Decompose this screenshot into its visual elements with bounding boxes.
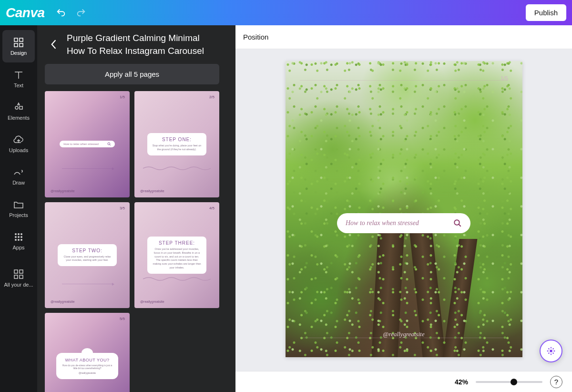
thumb-footer: @reallygreatsite bbox=[51, 189, 75, 193]
back-button[interactable] bbox=[45, 32, 62, 57]
svg-rect-15 bbox=[14, 275, 18, 279]
rail-label: Design bbox=[10, 50, 27, 56]
thumb-footer: @reallygreatsite bbox=[140, 300, 164, 303]
svg-rect-3 bbox=[20, 43, 23, 47]
rail-uploads[interactable]: Uploads bbox=[2, 127, 35, 160]
thumb-search-bar: How to relax when stressed bbox=[60, 141, 115, 147]
thumb-footer: @reallygreatsite bbox=[140, 189, 164, 193]
publish-button[interactable]: Publish bbox=[526, 4, 566, 21]
search-icon bbox=[453, 219, 462, 227]
sparkle-icon bbox=[546, 346, 556, 356]
svg-point-6 bbox=[20, 233, 22, 235]
thumb-card: STEP TWO: Close your eyes, and progressi… bbox=[58, 244, 116, 266]
wavy-line bbox=[143, 165, 211, 171]
rail-label: Projects bbox=[9, 212, 28, 218]
apply-all-button[interactable]: Apply all 5 pages bbox=[45, 64, 219, 84]
svg-point-10 bbox=[15, 239, 17, 241]
template-page-3[interactable]: 3/5 STEP TWO: Close your eyes, and progr… bbox=[45, 202, 130, 309]
svg-rect-2 bbox=[14, 43, 18, 47]
arrow-decoration bbox=[62, 168, 113, 169]
rail-label: All your de... bbox=[4, 282, 33, 288]
svg-point-8 bbox=[18, 236, 20, 238]
template-page-4[interactable]: 4/5 STEP THREE: Once you've addressed yo… bbox=[134, 202, 219, 309]
rail-label: Draw bbox=[12, 180, 25, 186]
position-button[interactable]: Position bbox=[243, 33, 268, 41]
canvas-area: Position 1/5 How to relax when stressed bbox=[235, 25, 572, 392]
svg-rect-16 bbox=[20, 275, 23, 279]
rail-label: Uploads bbox=[9, 147, 28, 153]
zoom-slider[interactable] bbox=[476, 381, 542, 383]
panel-collapse bbox=[227, 25, 235, 392]
svg-rect-14 bbox=[20, 270, 23, 273]
rail-projects[interactable]: Projects bbox=[2, 192, 35, 225]
template-title: Purple Gradient Calming Minimal How To R… bbox=[67, 32, 219, 57]
page-number: 4/5 bbox=[209, 206, 214, 210]
bottom-bar: 42% ? bbox=[235, 371, 572, 392]
rail-label: Text bbox=[14, 83, 23, 88]
svg-point-9 bbox=[20, 236, 22, 238]
thumb-about-card: WHAT ABOUT YOU? How do you de-stress whe… bbox=[56, 353, 119, 380]
svg-point-12 bbox=[20, 239, 22, 241]
design-footer: @reallygreatsite bbox=[383, 330, 425, 338]
page-number: 3/5 bbox=[120, 206, 125, 210]
help-button[interactable]: ? bbox=[550, 376, 562, 388]
design-search-text: How to relax when stressed bbox=[346, 219, 419, 227]
rail-label: Apps bbox=[12, 245, 24, 250]
search-icon bbox=[107, 142, 111, 146]
template-page-5[interactable]: 5/5 WHAT ABOUT YOU? How do you de-stress… bbox=[45, 313, 130, 392]
rail-all-designs[interactable]: All your de... bbox=[2, 262, 35, 294]
svg-point-5 bbox=[18, 233, 20, 235]
magic-fab[interactable] bbox=[540, 340, 562, 362]
thumb-card: STEP ONE: Stop what you're doing, place … bbox=[147, 133, 206, 155]
svg-point-17 bbox=[108, 143, 110, 145]
svg-point-7 bbox=[15, 236, 17, 238]
svg-point-11 bbox=[18, 239, 20, 241]
template-page-2[interactable]: 2/5 STEP ONE: Stop what you're doing, pl… bbox=[134, 91, 219, 197]
arrow-decoration bbox=[62, 284, 113, 284]
undo-icon[interactable] bbox=[54, 6, 68, 20]
wavy-line bbox=[143, 276, 211, 282]
design-search-bar[interactable]: How to relax when stressed bbox=[337, 213, 470, 233]
thumb-footer: @reallygreatsite bbox=[51, 300, 75, 303]
canvas-toolbar: Position bbox=[235, 25, 572, 49]
svg-point-4 bbox=[15, 233, 17, 235]
zoom-thumb[interactable] bbox=[511, 379, 517, 385]
template-page-1[interactable]: 1/5 How to relax when stressed @reallygr… bbox=[45, 91, 130, 197]
canvas-viewport[interactable]: 1/5 How to relax when stressed @reallygr… bbox=[235, 49, 572, 371]
redo-icon[interactable] bbox=[74, 6, 88, 20]
page-number: 5/5 bbox=[120, 317, 125, 321]
canva-logo[interactable]: Canva bbox=[6, 5, 45, 21]
thumb-card: STEP THREE: Once you've addressed your m… bbox=[147, 237, 206, 273]
rail-text[interactable]: Text bbox=[2, 62, 35, 95]
svg-point-19 bbox=[550, 350, 552, 352]
object-rail: Design Text Elements Uploads Draw Projec… bbox=[0, 25, 37, 392]
page-number: 1/5 bbox=[120, 95, 125, 99]
rail-apps[interactable]: Apps bbox=[2, 225, 35, 257]
svg-rect-1 bbox=[20, 38, 23, 41]
rail-draw[interactable]: Draw bbox=[2, 160, 35, 192]
svg-point-18 bbox=[454, 220, 460, 225]
rail-label: Elements bbox=[8, 115, 30, 121]
rail-design[interactable]: Design bbox=[2, 30, 35, 62]
design-page[interactable]: 1/5 How to relax when stressed @reallygr… bbox=[286, 61, 522, 357]
rail-elements[interactable]: Elements bbox=[2, 95, 35, 127]
svg-rect-0 bbox=[14, 38, 18, 41]
top-bar: Canva Publish bbox=[0, 0, 572, 25]
zoom-level: 42% bbox=[455, 378, 468, 386]
template-panel: Purple Gradient Calming Minimal How To R… bbox=[37, 25, 227, 392]
page-number: 2/5 bbox=[209, 95, 214, 99]
svg-rect-13 bbox=[14, 270, 18, 273]
